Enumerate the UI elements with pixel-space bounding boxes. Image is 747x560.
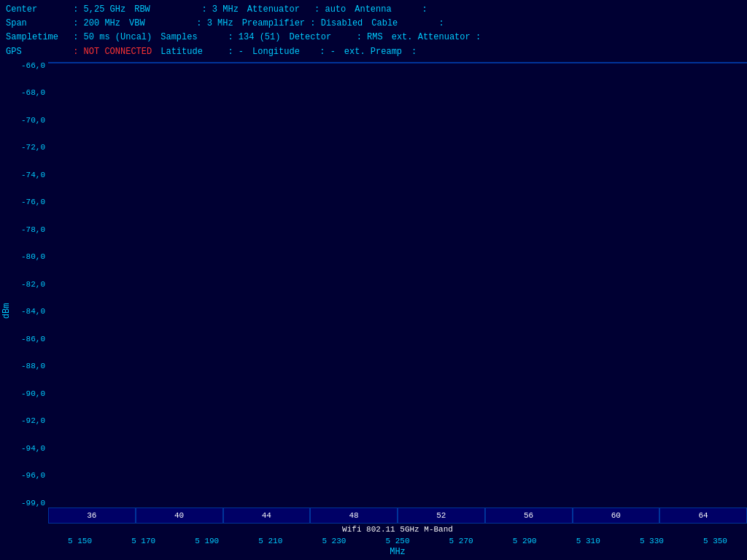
channel-bar: 3640444852566064 — [48, 508, 747, 524]
x-label-4: 5 230 — [302, 537, 365, 545]
x-label-1: 5 170 — [112, 537, 175, 545]
info-panel: Center : 5,25 GHz RBW : 3 MHz Attenuator… — [0, 0, 747, 62]
antenna-value: : — [417, 3, 433, 17]
y-label-15: -96,0 — [13, 472, 45, 480]
detector-value: : RMS — [351, 31, 382, 44]
samples-info: Samples : 134 (51) — [160, 31, 280, 44]
channel-label-60: 60 — [573, 508, 660, 524]
info-row-4: GPS : NOT CONNECTED Latitude : - Longitu… — [6, 45, 741, 59]
y-labels: -66,0-68,0-70,0-72,0-74,0-76,0-78,0-80,0… — [13, 62, 45, 508]
x-label-9: 5 330 — [620, 537, 684, 545]
antenna-label: Antenna — [355, 3, 417, 17]
channel-label-44: 44 — [223, 508, 311, 524]
bottom-section: 3640444852566064 Wifi 802.11 5GHz M-Band… — [13, 508, 747, 560]
y-label-14: -94,0 — [13, 445, 45, 453]
span-value: : 200 MHz — [68, 17, 120, 31]
rbw-label: RBW — [134, 3, 196, 17]
cable-info: Cable : — [371, 17, 449, 31]
detector-label: Detector — [289, 31, 351, 44]
samples-label: Samples — [160, 31, 222, 44]
antenna-info: Antenna : — [355, 3, 433, 17]
gps-value: : NOT CONNECTED — [68, 45, 152, 59]
sampletime-label: Sampletime — [6, 31, 68, 44]
longitude-info: Longitude : - — [252, 45, 336, 59]
longitude-value: : - — [314, 45, 336, 59]
y-label-7: -80,0 — [13, 253, 45, 261]
ext-preamp-label: ext. Preamp — [344, 45, 406, 59]
preamplifier-value: : Disabled — [305, 17, 363, 31]
channel-label-40: 40 — [136, 508, 223, 524]
y-label-5: -76,0 — [13, 198, 45, 206]
y-label-6: -78,0 — [13, 226, 45, 234]
ext-preamp-value: : — [406, 45, 422, 59]
x-mhz-label: MHz — [48, 547, 747, 560]
x-axis-ticks: 5 1505 1705 1905 2105 2305 2505 2705 290… — [48, 535, 747, 547]
band-label-bar: Wifi 802.11 5GHz M-Band — [48, 524, 747, 535]
sampletime-info: Sampletime : 50 ms (Uncal) — [6, 31, 152, 44]
longitude-label: Longitude — [252, 45, 314, 59]
attenuator-value: : auto — [309, 3, 346, 17]
x-label-7: 5 290 — [493, 537, 557, 545]
chart-area: -66,0-68,0-70,0-72,0-74,0-76,0-78,0-80,0… — [13, 62, 747, 560]
ext-attenuator-value: : — [471, 31, 487, 44]
channel-label-52: 52 — [398, 508, 485, 524]
attenuator-info: Attenuator : auto — [247, 3, 346, 17]
gps-info: GPS : NOT CONNECTED — [6, 45, 152, 59]
y-label-16: -99,0 — [13, 499, 45, 508]
chart-wrapper: dBm -66,0-68,0-70,0-72,0-74,0-76,0-78,0-… — [0, 62, 747, 560]
y-label-12: -90,0 — [13, 390, 45, 398]
ext-attenuator-label: ext. Attenuator — [392, 31, 471, 44]
y-label-11: -88,0 — [13, 362, 45, 370]
ext-preamp-info: ext. Preamp : — [344, 45, 422, 59]
y-label-13: -92,0 — [13, 417, 45, 425]
vbw-value: : 3 MHz — [191, 17, 233, 31]
x-label-8: 5 310 — [557, 537, 620, 545]
attenuator-label: Attenuator — [247, 3, 309, 17]
y-label-8: -82,0 — [13, 281, 45, 289]
rbw-info: RBW : 3 MHz — [134, 3, 239, 17]
main-container: Center : 5,25 GHz RBW : 3 MHz Attenuator… — [0, 0, 747, 560]
channel-label-36: 36 — [48, 508, 136, 524]
rbw-value: : 3 MHz — [196, 3, 239, 17]
ext-attenuator-info: ext. Attenuator : — [392, 31, 487, 44]
cable-label: Cable — [371, 17, 433, 31]
channel-label-64: 64 — [659, 508, 747, 524]
y-label-9: -84,0 — [13, 308, 45, 316]
info-row-3: Sampletime : 50 ms (Uncal) Samples : 134… — [6, 31, 741, 44]
cable-value: : — [433, 17, 449, 31]
y-axis-label: dBm — [0, 62, 13, 560]
x-label-3: 5 210 — [239, 537, 302, 545]
preamplifier-label: Preamplifier — [242, 17, 305, 31]
y-label-3: -72,0 — [13, 144, 45, 152]
grid-container — [48, 62, 747, 63]
preamplifier-info: Preamplifier : Disabled — [242, 17, 363, 31]
y-label-10: -86,0 — [13, 335, 45, 343]
samples-value: : 134 (51) — [222, 31, 280, 44]
x-label-2: 5 190 — [175, 537, 239, 545]
info-row-2: Span : 200 MHz VBW : 3 MHz Preamplifier … — [6, 17, 741, 31]
latitude-value: : - — [222, 45, 244, 59]
gps-label: GPS — [6, 45, 68, 59]
channel-label-56: 56 — [485, 508, 573, 524]
x-label-10: 5 350 — [684, 537, 747, 545]
center-value: : 5,25 GHz — [68, 3, 125, 17]
x-label-6: 5 270 — [430, 537, 493, 545]
span-info: Span : 200 MHz — [6, 17, 120, 31]
info-row-1: Center : 5,25 GHz RBW : 3 MHz Attenuator… — [6, 3, 741, 17]
vbw-label: VBW — [129, 17, 191, 31]
latitude-info: Latitude : - — [160, 45, 244, 59]
channel-label-48: 48 — [310, 508, 398, 524]
y-label-0: -66,0 — [13, 62, 45, 70]
center-label: Center — [6, 3, 68, 17]
y-label-1: -68,0 — [13, 89, 45, 97]
detector-info: Detector : RMS — [289, 31, 382, 44]
x-label-0: 5 150 — [48, 537, 112, 545]
x-label-5: 5 250 — [365, 537, 429, 545]
y-label-4: -74,0 — [13, 171, 45, 179]
latitude-label: Latitude — [160, 45, 222, 59]
sampletime-value: : 50 ms (Uncal) — [68, 31, 152, 44]
span-label: Span — [6, 17, 68, 31]
y-label-2: -70,0 — [13, 117, 45, 125]
center-info: Center : 5,25 GHz — [6, 3, 125, 17]
vbw-info: VBW : 3 MHz — [129, 17, 233, 31]
